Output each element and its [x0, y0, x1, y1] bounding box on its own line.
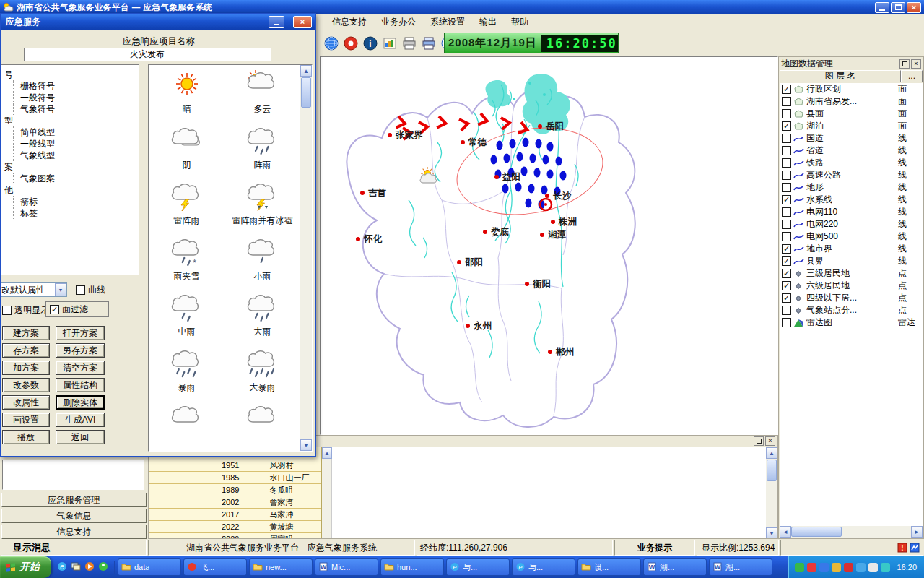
layer-row[interactable]: 国道线 [780, 132, 923, 144]
scroll-left-icon[interactable]: ◄ [780, 526, 791, 538]
weather-item[interactable]: 多云 [225, 66, 300, 122]
layer-row[interactable]: 电网500线 [780, 230, 923, 243]
transparent-checkbox[interactable] [2, 306, 12, 315]
layer-row[interactable]: 湖南省易发...面 [780, 95, 923, 108]
weather-item[interactable]: 暴雨 [149, 345, 225, 400]
layer-checkbox[interactable] [782, 171, 791, 180]
layer-hscrollbar[interactable]: ◄ ► [780, 526, 923, 538]
layer-checkbox[interactable] [782, 318, 791, 327]
layer-checkbox[interactable] [782, 97, 791, 106]
close-button[interactable]: × [907, 2, 921, 13]
pin-icon[interactable] [754, 436, 764, 446]
dialog-button[interactable]: 另存方案 [56, 343, 105, 358]
layer-row[interactable]: ✓湖泊面 [780, 120, 923, 132]
layer-row[interactable]: ✓地市界线 [780, 243, 923, 255]
layer-checkbox[interactable]: ✓ [782, 85, 791, 94]
weather-item[interactable] [149, 400, 225, 452]
tree-item[interactable]: 号 [4, 69, 139, 80]
dialog-button[interactable]: 播放 [2, 430, 50, 444]
chart-icon[interactable] [381, 35, 398, 52]
ie-icon[interactable]: e [57, 561, 67, 574]
scroll-thumb[interactable] [791, 527, 842, 537]
table-row[interactable]: 2039周家咀 [149, 533, 321, 538]
security-icon[interactable] [844, 563, 853, 572]
weather-item[interactable]: 雷阵雨并有冰雹 [225, 178, 300, 233]
messenger-tray-icon[interactable] [819, 563, 829, 572]
layer-row[interactable]: 电网220线 [780, 218, 923, 230]
layer-checkbox[interactable]: ✓ [782, 244, 791, 254]
globe-icon[interactable] [323, 35, 340, 52]
start-button[interactable]: 开始 [0, 556, 51, 578]
table-row[interactable]: 1951风羽村 [149, 460, 321, 472]
table-row[interactable]: 2002曾家湾 [149, 496, 321, 509]
scroll-down-icon[interactable]: ▼ [300, 439, 312, 451]
default-property-combobox[interactable]: 改默认属性 ▼ [0, 282, 67, 297]
map-panel[interactable]: 张家界岳阳常德益阳长沙吉首娄底株洲湘潭怀化邵阳衡阳永州郴州 [320, 56, 778, 435]
taskbar-item[interactable]: hun... [380, 558, 444, 576]
layer-row[interactable]: 县面面 [780, 108, 923, 120]
menu-item[interactable]: 系统设置 [423, 14, 472, 30]
update-icon[interactable] [881, 563, 890, 572]
layer-row[interactable]: 地形线 [780, 181, 923, 194]
layer-checkbox[interactable] [782, 146, 791, 155]
map-tool-icon[interactable] [910, 543, 920, 553]
export-icon[interactable] [420, 35, 437, 52]
weather-item[interactable]: 晴 [149, 66, 225, 122]
info-icon[interactable]: i [362, 35, 379, 52]
layer-more-header[interactable]: ... [901, 70, 923, 82]
dialog-minimize-button[interactable] [269, 16, 284, 28]
taskbar-item[interactable]: W湖... [643, 558, 707, 576]
scroll-up-icon[interactable]: ▲ [322, 447, 332, 459]
layer-row[interactable]: ✓三级居民地点 [780, 267, 923, 280]
layer-row[interactable]: 电网110线 [780, 206, 923, 218]
weather-item[interactable]: 阵雨 [225, 122, 300, 178]
tree-item[interactable]: 箭标 [13, 196, 139, 207]
tree-item[interactable]: 气象图案 [13, 173, 139, 184]
tree-item[interactable]: 栅格符号 [13, 80, 139, 92]
menu-item[interactable]: 业务办公 [374, 14, 423, 30]
layer-checkbox[interactable]: ✓ [782, 293, 791, 303]
taskbar-item[interactable]: W湖... [709, 558, 772, 576]
side-button[interactable]: 应急服务管理 [1, 493, 147, 507]
weather-item[interactable]: 大暴雨 [225, 345, 300, 400]
layer-row[interactable]: 铁路线 [780, 157, 923, 169]
fetion-icon[interactable] [807, 563, 816, 572]
taskbar-item[interactable]: 飞... [183, 558, 247, 576]
weather-item[interactable]: 雷阵雨 [149, 178, 225, 233]
volume-icon[interactable] [868, 563, 878, 572]
tree-item[interactable]: 气象符号 [13, 103, 139, 115]
table-row[interactable]: 2022黄坡塘 [149, 521, 321, 533]
scroll-up-icon[interactable]: ▲ [766, 447, 777, 459]
tree-item[interactable]: 气象线型 [13, 150, 139, 161]
weather-item[interactable]: *雨夹雪 [149, 233, 225, 289]
curve-checkbox[interactable] [76, 285, 85, 295]
layer-row[interactable]: 高速公路线 [780, 169, 923, 181]
scroll-right-icon[interactable]: ► [911, 526, 923, 538]
dialog-button[interactable]: 改属性 [2, 395, 50, 410]
dialog-button[interactable]: 清空方案 [56, 361, 105, 375]
table-row[interactable]: 2017马家冲 [149, 509, 321, 521]
taskbar-item[interactable]: e与... [512, 558, 575, 576]
dialog-button[interactable]: 返回 [56, 430, 105, 444]
media-player-icon[interactable] [84, 561, 95, 574]
tree-item[interactable]: 案 [4, 161, 139, 173]
antivirus-icon[interactable] [795, 563, 804, 572]
dialog-button[interactable]: 改参数 [2, 378, 50, 392]
menu-item[interactable]: 输出 [472, 14, 504, 30]
layer-row[interactable]: 省道线 [780, 144, 923, 157]
layer-checkbox[interactable]: ✓ [782, 256, 791, 266]
layer-row[interactable]: ✓六级居民地点 [780, 280, 923, 292]
dialog-button[interactable]: 画设置 [2, 413, 50, 427]
panel-vscrollbar[interactable]: ▲ ▼ [766, 447, 777, 538]
clock[interactable]: 16:20 [897, 563, 917, 571]
close-panel-icon[interactable]: × [911, 59, 921, 69]
dialog-close-button[interactable]: × [293, 16, 312, 28]
dialog-button[interactable]: 删除实体 [56, 395, 105, 410]
taskbar-item[interactable]: data [118, 558, 181, 576]
disc-icon[interactable] [342, 35, 359, 52]
dialog-button[interactable]: 存方案 [2, 343, 50, 358]
messenger-icon[interactable] [98, 561, 108, 574]
tree-item[interactable]: 他 [4, 184, 139, 196]
layer-checkbox[interactable]: ✓ [782, 269, 791, 278]
layer-row[interactable]: 雷达图雷达 [780, 316, 923, 329]
